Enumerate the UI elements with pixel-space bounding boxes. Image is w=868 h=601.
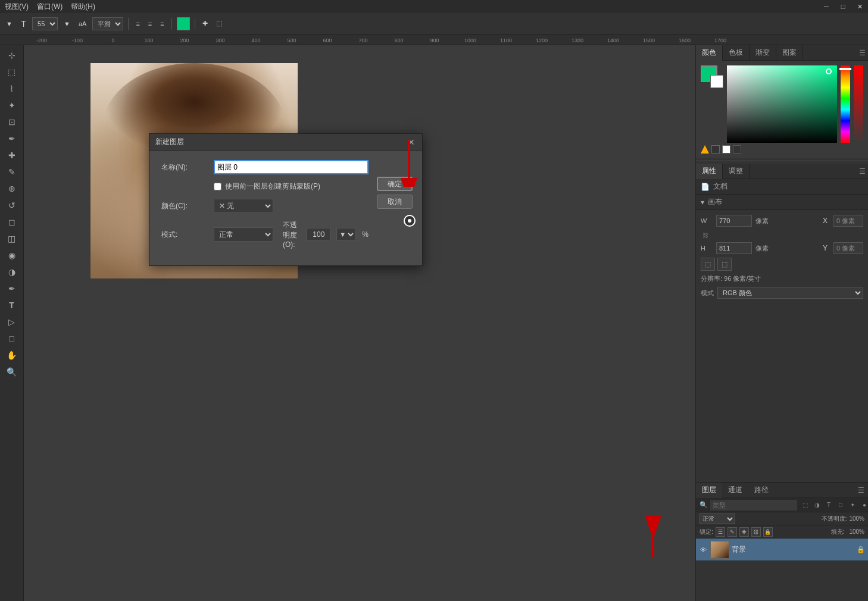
tab-swatches[interactable]: 色板 — [723, 45, 750, 61]
lock-transparency-button[interactable]: 🔒 — [763, 527, 773, 537]
lock-artboard-button[interactable]: ✚ — [739, 527, 749, 537]
hand-tool[interactable]: ✋ — [3, 348, 21, 363]
ruler-mark: 1100 — [488, 37, 524, 43]
properties-options-icon[interactable]: ☰ — [856, 165, 868, 177]
lock-pixels-button[interactable]: ☰ — [716, 527, 725, 537]
canvas-section-header[interactable]: ▾ 画布 — [696, 195, 868, 210]
smooth-select[interactable]: 平滑 — [92, 17, 123, 30]
tab-pattern[interactable]: 图案 — [776, 45, 803, 61]
opacity-input[interactable] — [307, 228, 330, 241]
tab-layers[interactable]: 图层 — [696, 483, 722, 498]
tab-channels[interactable]: 通道 — [722, 483, 748, 498]
hue-strip[interactable] — [841, 65, 850, 143]
dodge-tool[interactable]: ◑ — [3, 264, 21, 280]
move-tool[interactable]: ⊹ — [3, 48, 21, 63]
canvas-w-value[interactable]: 770 — [716, 215, 752, 227]
font-size-select[interactable]: 55 — [32, 17, 58, 30]
dropdown-arrow[interactable]: ▼ — [61, 16, 73, 32]
name-input[interactable] — [214, 160, 369, 174]
y-input[interactable]: 0 像素 — [833, 242, 863, 254]
shape-tool[interactable]: □ — [3, 331, 21, 346]
color-gradient-picker[interactable] — [727, 65, 837, 143]
canvas-icon-2[interactable]: ⬚ — [717, 258, 732, 271]
tool-dropdown[interactable]: ▼ — [4, 16, 15, 32]
layer-visibility-toggle[interactable]: 👁 — [698, 545, 708, 555]
tab-color[interactable]: 颜色 — [696, 45, 723, 61]
properties-panel: 📄 文档 ▾ 画布 W 770 像素 X 0 像素 ⛓ — [696, 179, 868, 482]
gradient-tool[interactable]: ◫ — [3, 231, 21, 246]
opacity-label: 不透明度: — [822, 515, 847, 523]
character-panel-button[interactable]: ⬚ — [214, 16, 224, 32]
ruler-mark: 500 — [274, 37, 310, 43]
layer-filter-pixel[interactable]: ⬚ — [800, 500, 810, 511]
brush-tool[interactable]: ✎ — [3, 164, 21, 180]
lasso-tool[interactable]: ⌇ — [3, 81, 21, 96]
zoom-tool[interactable]: 🔍 — [3, 364, 21, 380]
text-tool-icon[interactable]: T — [18, 16, 29, 32]
lock-all-button[interactable]: ⛓ — [751, 527, 761, 537]
layers-options-icon[interactable]: ☰ — [858, 486, 868, 494]
align-left-button[interactable]: ≡ — [133, 16, 142, 32]
layer-row-background[interactable]: 👁 背景 🔒 — [696, 539, 868, 561]
link-icon[interactable]: ⛓ — [701, 230, 710, 240]
close-button[interactable]: ✕ — [851, 0, 868, 13]
panel-options-icon[interactable]: ☰ — [856, 47, 868, 59]
blur-tool[interactable]: ◉ — [3, 248, 21, 263]
mode-props-select[interactable]: RGB 颜色 — [717, 287, 863, 299]
menu-window[interactable]: 窗口(W) — [37, 2, 63, 12]
resolution-label: 分辨率: 96 像素/英寸 — [701, 274, 761, 283]
type-tool[interactable]: T — [3, 298, 21, 313]
stamp-tool[interactable]: ⊕ — [3, 181, 21, 196]
tab-properties[interactable]: 属性 — [696, 164, 723, 179]
canvas-h-value[interactable]: 811 — [716, 242, 752, 254]
maximize-button[interactable]: □ — [835, 0, 851, 13]
cancel-button[interactable]: 取消 — [377, 195, 413, 209]
healing-tool[interactable]: ✚ — [3, 148, 21, 163]
minimize-button[interactable]: ─ — [818, 0, 835, 13]
clipping-mask-checkbox[interactable] — [214, 183, 221, 190]
eyedropper-tool[interactable]: ✒ — [3, 131, 21, 146]
alpha-strip[interactable] — [854, 65, 863, 143]
color-select[interactable]: ✕ 无 — [214, 199, 273, 213]
menu-view[interactable]: 视图(V) — [5, 2, 29, 12]
canvas-area[interactable]: 新建图层 ✕ 名称(N): 使用前一图层创建剪贴蒙版(P) — [24, 45, 695, 601]
canvas-hy-row: H 811 像素 Y 0 像素 — [701, 242, 863, 254]
aa-label: aA — [76, 16, 89, 32]
canvas-icon-1[interactable]: ⬚ — [701, 258, 715, 271]
layers-search-row: 🔍 ⬚ ◑ T □ ✦ ● — [696, 498, 868, 512]
tab-adjustments[interactable]: 调整 — [723, 164, 750, 179]
ruler-mark: 900 — [417, 37, 452, 43]
background-color[interactable] — [710, 75, 723, 88]
layer-filter-shape[interactable]: □ — [835, 500, 846, 511]
h-label: H — [701, 245, 713, 252]
layer-search-input[interactable] — [710, 500, 797, 511]
lock-position-button[interactable]: ✎ — [728, 527, 737, 537]
red-arrow-ok — [397, 139, 421, 187]
path-selection-tool[interactable]: ▷ — [3, 314, 21, 330]
layers-blend-mode[interactable]: 正常 — [700, 514, 735, 524]
color-swatch[interactable] — [177, 17, 190, 30]
color-warning-row — [701, 145, 863, 154]
document-section-header[interactable]: 📄 文档 — [696, 179, 868, 195]
align-right-button[interactable]: ≡ — [158, 16, 166, 32]
tab-gradient[interactable]: 渐变 — [750, 45, 776, 61]
mode-select[interactable]: 正常 — [214, 227, 273, 242]
pen-tool[interactable]: ✒ — [3, 281, 21, 296]
layer-filter-toggle[interactable]: ● — [859, 500, 868, 511]
layer-filter-smart[interactable]: ✦ — [847, 500, 858, 511]
eraser-tool[interactable]: ◻ — [3, 214, 21, 230]
magic-wand-tool[interactable]: ✦ — [3, 98, 21, 113]
crop-tool[interactable]: ⊡ — [3, 114, 21, 130]
color-area — [701, 65, 863, 143]
tab-paths[interactable]: 路径 — [748, 483, 775, 498]
history-brush-tool[interactable]: ↺ — [3, 198, 21, 213]
opacity-dropdown[interactable]: ▼ — [336, 228, 356, 241]
warp-text-button[interactable]: ✚ — [200, 16, 210, 32]
selection-tool[interactable]: ⬚ — [3, 64, 21, 80]
layer-filter-adjust[interactable]: ◑ — [811, 500, 822, 511]
x-input[interactable]: 0 像素 — [833, 215, 863, 227]
align-center-button[interactable]: ≡ — [146, 16, 154, 32]
layer-filter-type[interactable]: T — [823, 500, 834, 511]
w-label: W — [701, 217, 713, 224]
menu-help[interactable]: 帮助(H) — [71, 2, 95, 12]
